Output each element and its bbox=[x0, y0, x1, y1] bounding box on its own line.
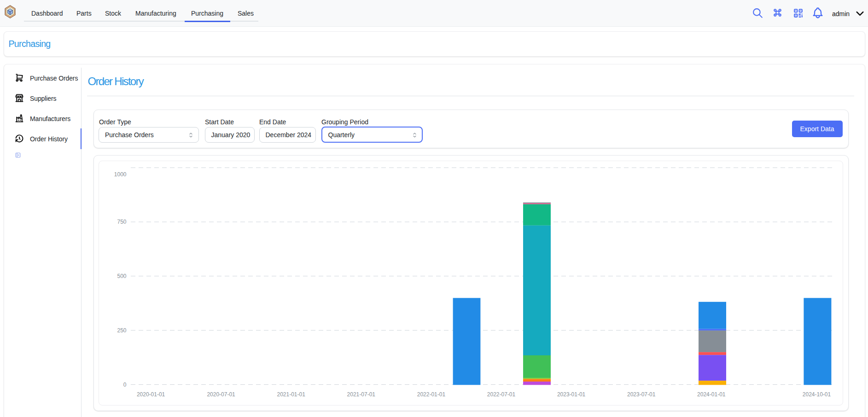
svg-text:2020-07-01: 2020-07-01 bbox=[207, 391, 235, 398]
svg-text:1000: 1000 bbox=[114, 171, 127, 178]
svg-text:2021-01-01: 2021-01-01 bbox=[277, 391, 306, 398]
svg-text:250: 250 bbox=[117, 327, 126, 334]
svg-text:2024-01-01: 2024-01-01 bbox=[697, 391, 726, 398]
svg-text:2023-07-01: 2023-07-01 bbox=[627, 391, 656, 398]
svg-text:2020-01-01: 2020-01-01 bbox=[137, 391, 165, 398]
svg-text:2022-01-01: 2022-01-01 bbox=[417, 391, 446, 398]
svg-text:2022-07-01: 2022-07-01 bbox=[487, 391, 516, 398]
svg-text:2023-01-01: 2023-01-01 bbox=[557, 391, 586, 398]
svg-text:2024-10-01: 2024-10-01 bbox=[803, 391, 831, 398]
svg-text:0: 0 bbox=[123, 382, 127, 388]
svg-text:2021-07-01: 2021-07-01 bbox=[347, 391, 376, 398]
svg-text:750: 750 bbox=[117, 219, 126, 225]
svg-text:500: 500 bbox=[117, 273, 126, 279]
